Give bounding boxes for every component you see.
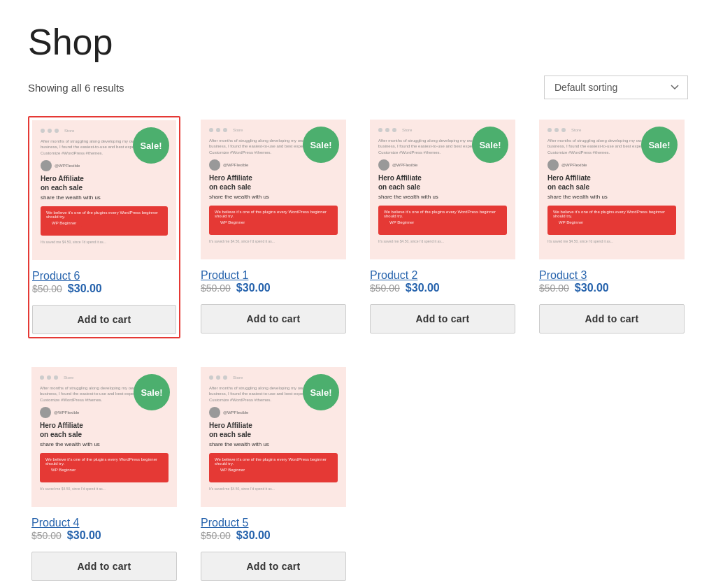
mock-url: Store (233, 375, 243, 380)
price-original-product-2: $50.00 (370, 282, 400, 294)
sale-badge-product-5: Sale! (303, 374, 339, 410)
sale-badge-product-4: Sale! (134, 374, 170, 410)
price-sale-product-3: $30.00 (575, 282, 609, 294)
product-name-product-1[interactable]: Product 1 (201, 269, 248, 281)
mock-dot (547, 128, 552, 132)
mock-handle: @WPFlexible (223, 163, 248, 167)
product-image-product-5: Sale! Store After months of struggling a… (201, 367, 346, 507)
add-to-cart-button-product-1[interactable]: Add to cart (201, 304, 346, 334)
mock-dot (47, 375, 51, 380)
mock-dot (41, 129, 45, 133)
mock-handle: @WPFlexible (223, 410, 248, 415)
mock-dot (216, 375, 220, 380)
mock-avatar-icon (378, 159, 389, 171)
mock-orange-btn: WP Beginner (45, 466, 81, 474)
product-card-product-1: Sale! Store After months of struggling a… (197, 116, 350, 338)
products-grid-top: Sale! Store After months of struggling a… (28, 116, 688, 338)
product-image-product-4: Sale! Store After months of struggling a… (31, 367, 177, 507)
product-name-product-5[interactable]: Product 5 (201, 517, 248, 529)
price-sale-product-2: $30.00 (406, 282, 440, 294)
mock-orange-btn: WP Beginner (215, 466, 250, 474)
mock-orange-btn: WP Beginner (384, 218, 420, 227)
mock-dot (209, 128, 213, 132)
mock-footer-text: It's saved me $4.50, since I'd spend it … (547, 239, 676, 243)
product-price-product-1: $50.00 $30.00 (201, 282, 346, 294)
add-to-cart-button-product-5[interactable]: Add to cart (201, 552, 346, 581)
product-name-product-6[interactable]: Product 6 (32, 270, 80, 282)
sale-badge-product-1: Sale! (303, 127, 339, 163)
results-count: Showing all 6 results (28, 82, 124, 94)
mock-handle: @WPFlexible (392, 163, 417, 167)
mock-hero-text: Hero Affiliateon each saleshare the weal… (547, 173, 676, 201)
mock-handle: @WPFlexible (561, 163, 587, 167)
mock-hero-text: Hero Affiliateon each saleshare the weal… (209, 421, 338, 448)
mock-orange-btn: WP Beginner (553, 218, 589, 227)
price-original-product-6: $50.00 (32, 283, 62, 294)
product-name-product-3[interactable]: Product 3 (539, 269, 587, 281)
mock-dot (209, 375, 213, 380)
mock-hero-text: Hero Affiliateon each saleshare the weal… (41, 174, 168, 201)
mock-dot (55, 129, 59, 133)
product-price-product-4: $50.00 $30.00 (31, 529, 177, 542)
mock-dot (385, 128, 389, 132)
product-image-product-2: Sale! Store After months of struggling a… (370, 120, 515, 259)
mock-dot (48, 129, 52, 133)
price-original-product-1: $50.00 (201, 282, 231, 294)
price-sale-product-5: $30.00 (236, 529, 271, 542)
sort-dropdown[interactable]: Default sortingSort by popularitySort by… (544, 76, 688, 99)
mock-url: Store (571, 128, 581, 132)
mock-url: Store (402, 128, 412, 132)
mock-footer-text: It's saved me $4.50, since I'd spend it … (209, 487, 338, 491)
product-card-product-3: Sale! Store After months of struggling a… (536, 116, 688, 338)
mock-orange-btn: WP Beginner (215, 218, 250, 227)
price-sale-product-4: $30.00 (67, 529, 101, 542)
shop-header: Showing all 6 results Default sortingSor… (28, 76, 688, 99)
mock-handle: @WPFlexible (55, 164, 80, 168)
products-grid-bottom: Sale! Store After months of struggling a… (28, 364, 688, 585)
product-image-product-3: Sale! Store After months of struggling a… (539, 120, 685, 259)
mock-avatar-icon (40, 407, 51, 418)
mock-dot (54, 375, 58, 380)
price-sale-product-1: $30.00 (236, 282, 271, 294)
mock-orange-box: We believe it's one of the plugins every… (378, 206, 507, 235)
product-price-product-3: $50.00 $30.00 (539, 282, 685, 294)
mock-dot (223, 375, 227, 380)
product-price-product-2: $50.00 $30.00 (370, 282, 515, 294)
mock-avatar-icon (209, 159, 220, 171)
add-to-cart-button-product-2[interactable]: Add to cart (370, 304, 515, 334)
mock-handle: @WPFlexible (54, 410, 79, 415)
mock-footer-text: It's saved me $4.50, since I'd spend it … (40, 487, 169, 491)
mock-hero-text: Hero Affiliateon each saleshare the weal… (209, 173, 338, 201)
price-original-product-4: $50.00 (31, 530, 62, 541)
price-sale-product-6: $30.00 (68, 282, 102, 295)
add-to-cart-button-product-3[interactable]: Add to cart (539, 304, 685, 334)
mock-avatar-icon (209, 407, 220, 418)
mock-dot (392, 128, 396, 132)
mock-avatar-icon (41, 160, 52, 171)
mock-dot (378, 128, 382, 132)
mock-hero-text: Hero Affiliateon each saleshare the weal… (378, 173, 507, 201)
mock-url: Store (64, 129, 74, 133)
product-price-product-5: $50.00 $30.00 (201, 529, 346, 542)
product-name-product-2[interactable]: Product 2 (370, 269, 417, 281)
price-original-product-5: $50.00 (201, 530, 231, 541)
add-to-cart-button-product-4[interactable]: Add to cart (31, 552, 177, 581)
mock-orange-box: We believe it's one of the plugins every… (41, 206, 168, 236)
mock-orange-btn: WP Beginner (46, 219, 82, 227)
mock-dot (223, 128, 227, 132)
product-card-product-5: Sale! Store After months of struggling a… (197, 364, 350, 585)
mock-url: Store (233, 128, 243, 132)
product-card-product-6: Sale! Store After months of struggling a… (28, 116, 180, 338)
mock-orange-box: We believe it's one of the plugins every… (209, 453, 338, 482)
mock-avatar-icon (547, 159, 559, 171)
mock-orange-box: We believe it's one of the plugins every… (40, 453, 169, 482)
product-card-product-4: Sale! Store After months of struggling a… (28, 364, 180, 585)
mock-dot (561, 128, 566, 132)
add-to-cart-button-product-6[interactable]: Add to cart (32, 305, 176, 334)
product-name-product-4[interactable]: Product 4 (31, 517, 79, 529)
mock-dot (554, 128, 559, 132)
mock-dot (216, 128, 220, 132)
mock-footer-text: It's saved me $4.50, since I'd spend it … (209, 239, 338, 243)
product-price-product-6: $50.00 $30.00 (32, 282, 176, 295)
page-title: Shop (28, 21, 688, 63)
